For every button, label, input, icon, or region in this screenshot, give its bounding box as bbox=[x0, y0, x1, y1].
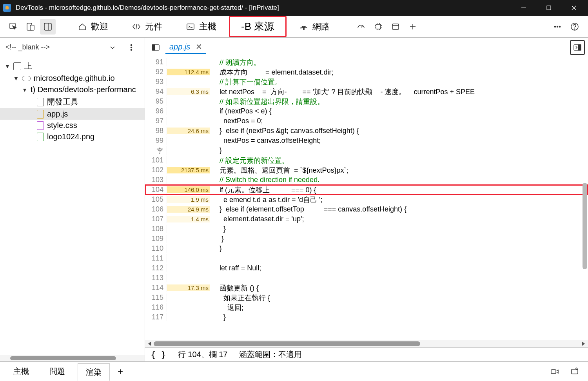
code-line[interactable]: 946.3 mslet nextPos = 方向- == '加犬' ? 目前的快… bbox=[145, 87, 588, 97]
code-line[interactable]: 109 } bbox=[145, 234, 588, 244]
sidebar-more-button[interactable] bbox=[123, 40, 139, 55]
window-titlebar: DevTools - microsoftedge.github.io/Demos… bbox=[0, 0, 588, 16]
drawer-tab-issues[interactable]: 問題 bbox=[42, 363, 73, 380]
drawer-tab-console-label: 主機 bbox=[13, 367, 29, 376]
tree-root[interactable]: ▼上 bbox=[0, 60, 145, 73]
line-text: element.dataset.dir = 'up'; bbox=[210, 215, 588, 223]
tree-domain[interactable]: ▼microsoftedge.github.io bbox=[0, 73, 145, 84]
line-text: 函數更新 () { bbox=[210, 283, 588, 293]
file-icon bbox=[37, 98, 44, 106]
line-number: 96 bbox=[145, 107, 167, 115]
help-button[interactable] bbox=[567, 19, 583, 35]
tree-root-label: 上 bbox=[24, 61, 32, 71]
line-number: 106 bbox=[145, 205, 167, 213]
tree-file-logopng[interactable]: logo1024.png bbox=[0, 131, 145, 142]
code-line[interactable]: 1051.9 ms e emend t.d a as t.dir = 'd自己 … bbox=[145, 195, 588, 204]
line-text: } bbox=[210, 225, 588, 233]
js-file-icon bbox=[37, 110, 44, 118]
window-close-button[interactable] bbox=[566, 2, 582, 14]
code-line[interactable]: 116 返回; bbox=[145, 303, 588, 312]
code-line[interactable]: 92112.4 ms成本方向 = element.dataset.dir; bbox=[145, 67, 588, 77]
open-file-label: app.js bbox=[169, 42, 190, 51]
css-file-icon bbox=[37, 121, 44, 130]
performance-icon[interactable] bbox=[353, 19, 369, 35]
device-toggle-button[interactable] bbox=[23, 19, 38, 35]
line-text: // 設定元素的新位置。 bbox=[210, 156, 588, 165]
svg-point-30 bbox=[131, 44, 132, 46]
svg-point-25 bbox=[555, 26, 556, 27]
code-line[interactable]: 95// 如果新位置超出界限，請重設。 bbox=[145, 97, 588, 106]
tab-welcome[interactable]: 歡迎 bbox=[67, 18, 119, 35]
tab-network[interactable]: 網路 bbox=[288, 18, 341, 35]
line-number: 95 bbox=[145, 97, 167, 106]
code-line[interactable]: 1022137.5 ms元素。風格。返回頁首 = `${nextPos}px`; bbox=[145, 165, 588, 175]
code-body[interactable]: 91// 朗讀方向。92112.4 ms成本方向 = element.datas… bbox=[145, 57, 588, 340]
window-maximize-button[interactable] bbox=[541, 2, 557, 14]
image-file-icon bbox=[37, 133, 44, 141]
code-line[interactable]: 103// Switch the direction if needed. bbox=[145, 175, 588, 185]
line-timing: 146.0 ms bbox=[167, 186, 210, 193]
window-minimize-button[interactable] bbox=[516, 2, 532, 14]
sidebar-hscrollbar[interactable] bbox=[0, 355, 145, 361]
drawer-tab-rendering[interactable]: 渲染 bbox=[78, 363, 110, 381]
code-line[interactable]: 10624.9 ms} else if (element.offsetTop =… bbox=[145, 204, 588, 214]
drawer-tabs: 主機 問題 渲染 + bbox=[0, 361, 588, 381]
dock-button[interactable] bbox=[40, 19, 56, 35]
tree-folder[interactable]: ▼t) Demos/devtools-performanc bbox=[0, 84, 145, 95]
line-text: } bbox=[210, 235, 588, 243]
toggle-debugger-button[interactable] bbox=[570, 40, 585, 55]
code-line[interactable]: 9824.6 ms} else if (nextPos &gt; canvas.… bbox=[145, 126, 588, 136]
code-line[interactable]: 1071.4 ms element.dataset.dir = 'up'; bbox=[145, 214, 588, 224]
code-line[interactable]: 117 } bbox=[145, 312, 588, 322]
page-selector-label: <!-- _blank --> bbox=[5, 43, 50, 51]
open-file-tab[interactable]: app.js✕ bbox=[165, 40, 206, 54]
code-line[interactable]: 93// 計算下一個位置。 bbox=[145, 77, 588, 87]
drawer-icon1[interactable] bbox=[546, 364, 562, 379]
svg-point-31 bbox=[131, 47, 132, 48]
code-line[interactable]: 101// 設定元素的新位置。 bbox=[145, 155, 588, 165]
code-line[interactable]: 91// 朗讀方向。 bbox=[145, 57, 588, 67]
more-button[interactable] bbox=[550, 19, 565, 35]
code-line[interactable]: 李} bbox=[145, 146, 588, 155]
tab-console[interactable]: 主機 bbox=[175, 18, 227, 35]
tree-file-appjs[interactable]: app.js bbox=[0, 108, 145, 120]
code-line[interactable]: 115 如果正在執行 { bbox=[145, 293, 588, 303]
code-line[interactable]: 99 nextPos = canvas.offsetHeight; bbox=[145, 136, 588, 146]
svg-point-27 bbox=[559, 26, 561, 27]
new-tab-button[interactable] bbox=[405, 19, 421, 35]
page-selector[interactable]: <!-- _blank --> bbox=[5, 43, 120, 51]
inspect-button[interactable] bbox=[5, 19, 21, 35]
line-number: 103 bbox=[145, 176, 167, 184]
svg-point-29 bbox=[574, 29, 575, 29]
tab-elements[interactable]: 元件 bbox=[121, 18, 173, 35]
toggle-navigator-button[interactable] bbox=[148, 40, 163, 55]
drawer-tab-console[interactable]: 主機 bbox=[5, 363, 37, 380]
code-line[interactable]: 11417.3 ms函數更新 () { bbox=[145, 283, 588, 293]
svg-line-11 bbox=[361, 26, 363, 27]
tree-file-devtools[interactable]: 開發工具 bbox=[0, 95, 145, 108]
svg-rect-37 bbox=[551, 370, 556, 374]
code-line[interactable]: 96if (nextPos < e) { bbox=[145, 106, 588, 116]
code-line[interactable]: 113 bbox=[145, 273, 588, 283]
line-number: 101 bbox=[145, 156, 167, 164]
window-title: DevTools - microsoftedge.github.io/Demos… bbox=[16, 4, 516, 12]
application-icon[interactable] bbox=[388, 19, 403, 35]
code-hscrollbar[interactable] bbox=[145, 340, 588, 347]
code-line[interactable]: 112let raff = Null; bbox=[145, 263, 588, 273]
code-line[interactable]: 104146.0 msif (元素。位移上 === 0) { bbox=[145, 185, 588, 195]
drawer-add-tab-button[interactable]: + bbox=[114, 366, 126, 377]
pretty-print-button[interactable]: { } bbox=[151, 350, 166, 359]
code-line[interactable]: 97 nextPos = 0; bbox=[145, 116, 588, 126]
tab-sources[interactable]: -B 來源 bbox=[229, 16, 287, 37]
close-tab-button[interactable]: ✕ bbox=[196, 42, 202, 51]
line-number: 91 bbox=[145, 58, 167, 66]
tree-file-label-0: 開發工具 bbox=[47, 97, 78, 107]
drawer-icon2[interactable] bbox=[567, 364, 583, 379]
code-vscrollbar[interactable] bbox=[583, 183, 587, 269]
memory-icon[interactable] bbox=[370, 19, 386, 35]
tab-network-label: 網路 bbox=[312, 21, 330, 33]
code-line[interactable]: 108 } bbox=[145, 224, 588, 234]
tree-file-stylecss[interactable]: style.css bbox=[0, 120, 145, 131]
code-line[interactable]: 110} bbox=[145, 244, 588, 253]
code-line[interactable]: 111 bbox=[145, 253, 588, 263]
